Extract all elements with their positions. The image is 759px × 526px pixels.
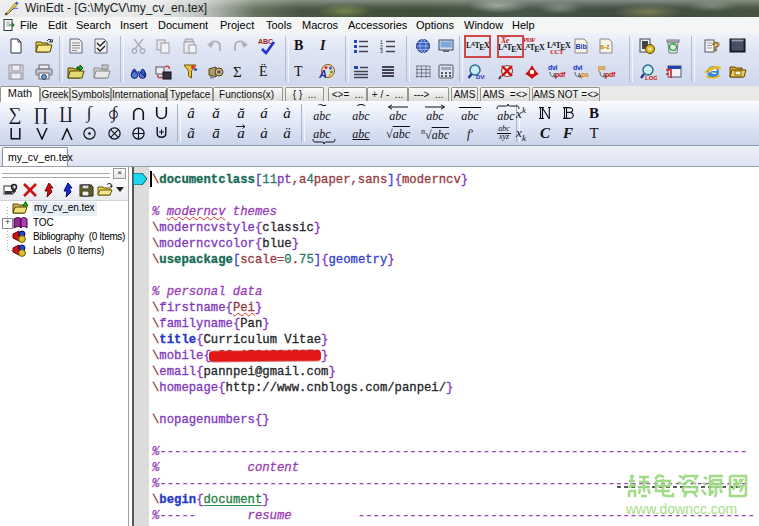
svg-text:3: 3 [380, 48, 383, 53]
svg-text:Bib: Bib [576, 43, 587, 50]
svg-text:A: A [318, 68, 327, 80]
svg-text:ABC: ABC [258, 38, 273, 45]
svg-text:LOG: LOG [645, 75, 657, 81]
svg-text:a-z: a-z [600, 43, 610, 50]
svg-text:DVI: DVI [476, 74, 485, 80]
svg-text:?: ? [712, 39, 720, 54]
